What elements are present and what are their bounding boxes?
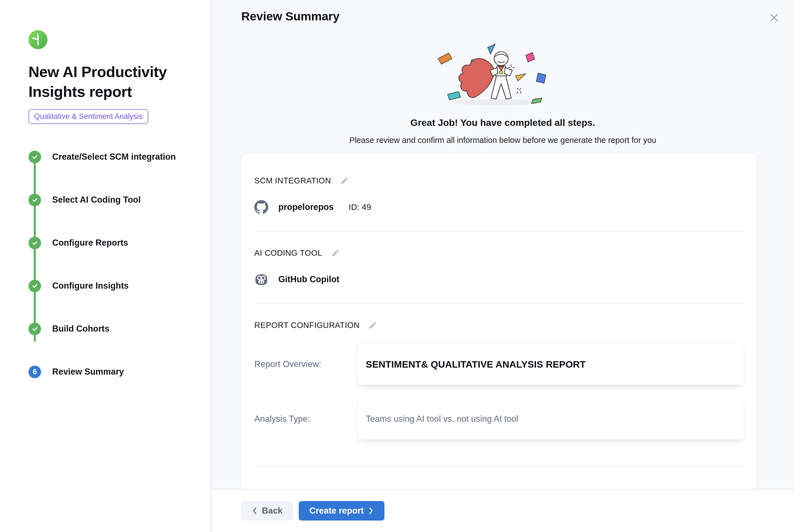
summary-card: SCM INTEGRATION propelorepos ID: 49 — [241, 153, 757, 489]
edit-scm-integration-button[interactable] — [340, 176, 349, 186]
step-label: Review Summary — [52, 367, 124, 377]
scm-integration-section: SCM INTEGRATION — [254, 176, 744, 186]
create-report-button[interactable]: Create report — [299, 501, 384, 520]
step-completed-check-icon — [29, 194, 41, 206]
wizard-footer: Back Create report — [212, 489, 794, 532]
step-label: Build Cohorts — [52, 324, 110, 334]
analysis-type-row: Analysis Type: Teams using AI tool vs. n… — [254, 398, 744, 440]
create-report-button-label: Create report — [309, 506, 364, 516]
ai-coding-tool-value-row: GitHub Copilot — [254, 272, 744, 286]
ai-coding-tool-section: AI CODING TOOL — [254, 248, 744, 258]
celebration-hero-illustration — [428, 39, 578, 109]
step-review-summary-current[interactable]: 6 Review Summary — [29, 366, 194, 378]
congrats-subheading: Please review and confirm all informatio… — [212, 136, 794, 145]
step-completed-check-icon — [29, 323, 41, 335]
wizard-stepper: Create/Select SCM integration Select AI … — [29, 151, 194, 378]
step-build-cohorts[interactable]: Build Cohorts — [29, 323, 194, 335]
github-icon — [254, 200, 268, 214]
scm-integration-heading: SCM INTEGRATION — [254, 176, 331, 185]
step-label: Configure Insights — [52, 281, 129, 291]
report-wizard-window: New AI Productivity Insights report Qual… — [0, 0, 794, 532]
congrats-heading: Great Job! You have completed all steps. — [212, 117, 794, 128]
report-configuration-heading: REPORT CONFIGURATION — [254, 321, 360, 330]
scm-integration-value-row: propelorepos ID: 49 — [254, 200, 744, 214]
section-divider — [254, 231, 744, 231]
page-title: Review Summary — [241, 10, 340, 23]
report-overview-value-box: SENTIMENT& QUALITATIVE ANALYSIS REPORT — [357, 344, 744, 385]
analysis-type-value: Teams using AI tool vs. not using AI too… — [366, 414, 518, 424]
back-button[interactable]: Back — [241, 501, 293, 520]
step-select-ai-coding-tool[interactable]: Select AI Coding Tool — [29, 194, 194, 206]
step-number-badge: 6 — [29, 366, 41, 378]
ai-coding-tool-heading: AI CODING TOOL — [254, 248, 322, 258]
step-completed-check-icon — [29, 151, 41, 163]
step-label: Configure Reports — [52, 238, 128, 248]
chevron-left-icon — [252, 507, 258, 515]
scm-integration-id: ID: 49 — [349, 202, 371, 212]
report-configuration-section: REPORT CONFIGURATION — [254, 320, 744, 330]
report-overview-row: Report Overview: SENTIMENT& QUALITATIVE … — [254, 344, 744, 385]
edit-ai-coding-tool-button[interactable] — [330, 248, 340, 258]
congrats-block: Great Job! You have completed all steps.… — [212, 39, 794, 145]
analysis-type-label: Analysis Type: — [254, 414, 357, 424]
review-summary-panel: Review Summary — [212, 0, 794, 532]
close-button[interactable] — [767, 10, 782, 25]
chevron-right-icon — [368, 507, 374, 515]
edit-pencil-icon — [331, 249, 340, 257]
section-divider — [254, 303, 744, 304]
step-label: Create/Select SCM integration — [52, 152, 176, 162]
report-overview-label: Report Overview: — [254, 359, 357, 369]
edit-pencil-icon — [368, 321, 377, 330]
ai-coding-tool-name: GitHub Copilot — [278, 274, 340, 284]
step-create-select-scm-integration[interactable]: Create/Select SCM integration — [29, 151, 194, 163]
wizard-sidebar: New AI Productivity Insights report Qual… — [0, 0, 212, 532]
panel-body: Great Job! You have completed all steps.… — [212, 25, 794, 489]
edit-pencil-icon — [340, 176, 349, 185]
analysis-type-value-box: Teams using AI tool vs. not using AI too… — [357, 398, 744, 440]
step-completed-check-icon — [29, 237, 41, 249]
back-button-label: Back — [262, 506, 283, 516]
scm-integration-name: propelorepos — [278, 202, 334, 212]
step-configure-insights[interactable]: Configure Insights — [29, 280, 194, 292]
github-copilot-icon — [254, 272, 268, 286]
edit-report-configuration-button[interactable] — [368, 320, 378, 330]
propelo-logo-icon — [29, 30, 48, 49]
step-completed-check-icon — [29, 280, 41, 292]
report-overview-value: SENTIMENT& QUALITATIVE ANALYSIS REPORT — [366, 359, 586, 370]
close-icon — [768, 12, 780, 23]
step-configure-reports[interactable]: Configure Reports — [29, 237, 194, 249]
wizard-title: New AI Productivity Insights report — [29, 62, 185, 102]
analysis-type-badge: Qualitative & Sentiment Analysis — [29, 109, 148, 124]
step-label: Select AI Coding Tool — [52, 195, 141, 205]
section-divider — [254, 467, 744, 467]
panel-header: Review Summary — [212, 0, 794, 25]
